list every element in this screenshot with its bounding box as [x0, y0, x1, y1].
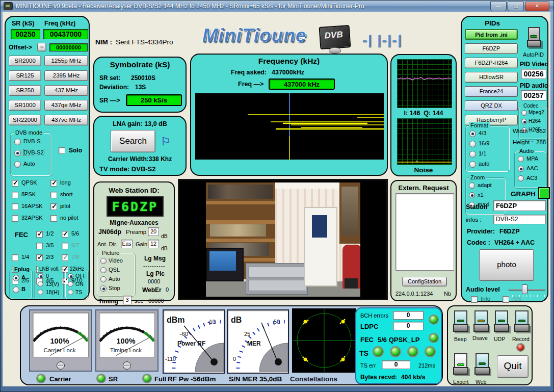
fec-5-6-checkbox[interactable]: [62, 231, 68, 238]
offset-minus-button[interactable]: −: [37, 43, 46, 51]
info-checkbox[interactable]: [471, 296, 478, 303]
lnb-0-radio[interactable]: [38, 273, 43, 279]
lnb-18h-radio[interactable]: [38, 290, 43, 295]
udp-switch[interactable]: [494, 310, 509, 334]
22khz-off-radio[interactable]: [68, 273, 73, 279]
infos-input[interactable]: DVB-S2: [493, 215, 546, 224]
zoom-adapt-radio[interactable]: [469, 182, 475, 189]
picture-auto-radio[interactable]: [100, 276, 107, 282]
picture-video-radio[interactable]: [100, 258, 107, 264]
extern-request-list[interactable]: [395, 193, 454, 271]
timing-input[interactable]: 3: [123, 296, 131, 304]
pid-france24-button[interactable]: France24: [465, 86, 518, 97]
preset-sr2000-button[interactable]: SR2000: [9, 56, 41, 66]
config-station-button[interactable]: ConfigStation: [402, 277, 447, 286]
expert-switch[interactable]: [453, 353, 468, 377]
dvb-monitor-icon: DVB: [319, 25, 351, 49]
preset-2395-button[interactable]: 2395 MHz: [44, 70, 88, 81]
16apsk-checkbox[interactable]: [12, 203, 18, 210]
fplug-b-radio[interactable]: [13, 286, 19, 293]
short-label: short: [60, 191, 72, 197]
codec-group: Codec Mpeg2 H264 H265: [519, 107, 547, 139]
22khz-on-radio[interactable]: [68, 281, 73, 287]
pid-video-input[interactable]: 00256: [521, 69, 546, 79]
minimize-button[interactable]: —: [490, 2, 507, 11]
switch-bottom: [474, 367, 490, 375]
audio-aac-radio[interactable]: [518, 166, 524, 172]
codec-h264-radio[interactable]: [521, 119, 527, 124]
qpsk-checkbox[interactable]: [12, 180, 18, 187]
preset-437ve-button[interactable]: 437ve MHz: [44, 115, 88, 125]
dvbs-radio[interactable]: [14, 139, 21, 145]
timing-lock-label: Timing Lock: [110, 347, 142, 353]
offset-input[interactable]: 00000000: [49, 43, 88, 51]
quit-button[interactable]: Quit: [497, 355, 529, 378]
station-input[interactable]: F6DZP: [493, 200, 546, 211]
iss-checkbox[interactable]: [503, 296, 509, 303]
pid-from-ini-button[interactable]: Pid from .ini: [465, 29, 518, 40]
freq-input[interactable]: 00437000: [43, 29, 88, 39]
gain-input[interactable]: 12: [148, 240, 159, 248]
22khz-ts-radio[interactable]: [68, 290, 73, 295]
pilot-checkbox[interactable]: [50, 203, 57, 210]
format-169-radio[interactable]: [469, 141, 476, 147]
dsave-switch[interactable]: [473, 310, 489, 334]
format-auto-radio[interactable]: [469, 161, 476, 168]
graph-button[interactable]: [538, 187, 550, 199]
sr-input[interactable]: 00250: [11, 29, 40, 39]
station-label: Station: [466, 203, 487, 211]
audio-mpa-radio[interactable]: [518, 156, 524, 162]
video-monitor: [206, 248, 244, 281]
lgmsg-value: ----------: [143, 263, 165, 269]
preset-sr22000-button[interactable]: SR22000: [9, 115, 41, 125]
preamp-input[interactable]: 20: [148, 227, 159, 236]
fec-3-5-checkbox[interactable]: [36, 243, 43, 249]
format-43-radio[interactable]: [469, 130, 476, 137]
photo-button[interactable]: photo: [479, 249, 534, 281]
fec-1-2-checkbox[interactable]: [36, 231, 43, 238]
iq-trace: [398, 77, 452, 80]
preset-1255p-button[interactable]: 1255p MHz: [44, 56, 88, 66]
auto-radio[interactable]: [14, 161, 21, 168]
lnb-13v-radio[interactable]: [38, 281, 43, 287]
autopid-switch[interactable]: [527, 27, 541, 49]
web-switch[interactable]: [474, 353, 490, 377]
picture-stop-radio[interactable]: [100, 285, 107, 292]
antdir-input[interactable]: Eas: [121, 240, 133, 248]
fec-6-7-label: 6/7: [71, 242, 79, 248]
record-switch[interactable]: [514, 310, 530, 334]
32apsk-checkbox[interactable]: [12, 215, 18, 222]
zoom-x1-radio[interactable]: [469, 192, 475, 198]
long-checkbox[interactable]: [50, 180, 57, 187]
dvbs2-radio[interactable]: [14, 150, 21, 156]
short-checkbox[interactable]: [50, 192, 57, 198]
preset-437qe-button[interactable]: 437qe MHz: [44, 100, 88, 111]
picture-qsl-radio[interactable]: [100, 267, 107, 273]
codec-mpeg2-radio[interactable]: [521, 110, 527, 116]
fec-6-7-checkbox[interactable]: [62, 243, 68, 249]
search-button[interactable]: Search: [111, 130, 155, 152]
pid-f6dzp-button[interactable]: F6DZP: [465, 43, 518, 54]
pid-qrzdx-button[interactable]: QRZ DX: [465, 100, 518, 111]
fplug-a-radio[interactable]: [13, 275, 19, 281]
switch-led: [478, 320, 485, 322]
pid-f6dzp-h264-button[interactable]: F6DZP-H264: [465, 58, 518, 68]
audio-ac3-radio[interactable]: [518, 175, 524, 181]
fec-1-4-checkbox[interactable]: [12, 254, 18, 261]
solo-checkbox[interactable]: [59, 147, 65, 154]
format-11-radio[interactable]: [469, 151, 476, 158]
fec-2-3-checkbox[interactable]: [36, 254, 43, 261]
close-button[interactable]: ✕: [525, 2, 549, 11]
beep-switch[interactable]: [453, 310, 468, 334]
fec-7-8-checkbox[interactable]: [62, 254, 68, 261]
maximize-button[interactable]: ▢: [508, 2, 524, 11]
pid-audio-input[interactable]: 00257: [521, 90, 546, 100]
preset-sr125-button[interactable]: SR125: [9, 70, 41, 81]
nopilot-checkbox[interactable]: [50, 215, 57, 222]
audio-level-slider[interactable]: [522, 284, 527, 294]
pid-hdlowsr-button[interactable]: HDlowSR: [465, 72, 518, 83]
preset-437-button[interactable]: 437 MHz: [44, 85, 88, 96]
preset-sr250-button[interactable]: SR250: [9, 85, 41, 96]
8psk-checkbox[interactable]: [12, 192, 18, 198]
preset-sr1000-button[interactable]: SR1000: [9, 100, 41, 111]
